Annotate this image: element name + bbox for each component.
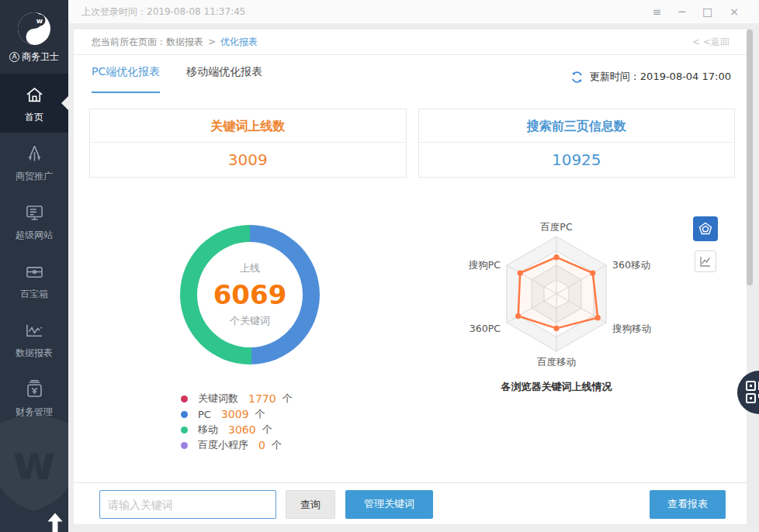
legend-value: 3060 [228,423,256,436]
update-time-text: 更新时间：2019-08-04 17:00 [590,70,731,84]
watermark-shield-icon: w [0,409,68,510]
manage-keywords-button[interactable]: 管理关键词 [345,490,433,519]
donut-legend: 关键词数 1770 个 PC 3009 个 移动 3060 个 百度小程序 0 … [181,391,293,453]
content-panel: 您当前所在页面：数据报表 > 优化报表 < <返回 PC端优化报表 移动端优化报… [74,29,747,524]
legend-label: 关键词数 [198,392,238,406]
stat-cards-row: 关键词上线数 3009 搜索前三页信息数 10925 [89,109,735,178]
svg-text:搜狗移动: 搜狗移动 [612,323,651,334]
brand-badge-icon: A [9,52,19,62]
legend-unit: 个 [262,423,272,437]
svg-text:360移动: 360移动 [612,259,650,271]
sidebar-item-label: 超级网站 [0,229,68,242]
view-report-button[interactable]: 查看报表 [650,490,726,519]
svg-text:w: w [12,436,56,490]
keyword-search-input[interactable] [99,490,276,519]
legend-label: 移动 [198,423,218,437]
legend-unit: 个 [255,407,265,421]
website-icon [0,202,68,224]
minimize-icon[interactable]: ─ [679,6,685,17]
tab-mobile-report[interactable]: 移动端优化报表 [186,65,262,93]
last-login-text: 上次登录时间：2019-08-08 11:37:45 [81,5,245,19]
sidebar-item-label: 百宝箱 [0,288,68,301]
sidebar: w A 商务卫士 首页 商贸推广 超级网站 [0,0,68,532]
donut-label-top: 上线 [240,261,260,275]
tab-pc-report[interactable]: PC端优化报表 [92,65,160,93]
legend-value: 1770 [248,392,276,405]
breadcrumb-current-link[interactable]: 优化报表 [220,36,258,49]
scroll-to-top-arrow-icon[interactable] [47,512,64,529]
breadcrumb-separator: > [208,36,216,47]
breadcrumb: 您当前所在页面：数据报表 > 优化报表 < <返回 [74,29,747,55]
sidebar-item-label: 首页 [0,111,68,124]
legend-item-baidu-miniapp: 百度小程序 0 个 [181,437,293,453]
report-chart-icon [0,320,68,342]
legend-value: 3009 [221,408,249,420]
sidebar-item-label: 商贸推广 [0,170,68,183]
sidebar-item-super-website[interactable]: 超级网站 [0,192,68,250]
svg-text:百度PC: 百度PC [540,221,573,233]
menu-icon[interactable]: ≡ [653,6,662,17]
sidebar-item-label: 数据报表 [0,347,68,360]
app-name-label: 商务卫士 [22,50,59,64]
donut-chart: 上线 6069 个关键词 [180,225,320,364]
titlebar: 上次登录时间：2019-08-08 11:37:45 ≡ ─ □ × [68,0,759,23]
donut-label-bottom: 个关键词 [230,314,270,328]
stat-card-title: 关键词上线数 [90,109,406,143]
footer-action-bar: 查询 管理关键词 查看报表 [74,482,747,524]
stat-card-title: 搜索前三页信息数 [419,109,735,143]
line-view-toggle-button[interactable] [695,250,716,272]
report-tabs: PC端优化报表 移动端优化报表 [92,65,262,93]
stat-card-value: 10925 [419,143,735,177]
legend-value: 0 [258,439,265,451]
toolbox-icon [0,261,68,283]
donut-value: 6069 [213,279,287,310]
legend-unit: 个 [282,392,293,406]
sidebar-item-home[interactable]: 首页 [0,74,68,133]
refresh-icon[interactable] [570,71,584,84]
legend-dot-icon [181,427,188,434]
promotion-icon [0,143,68,165]
donut-center: 上线 6069 个关键词 [197,242,303,347]
back-link[interactable]: < <返回 [692,36,730,49]
sidebar-item-data-report[interactable]: 数据报表 [0,309,68,368]
legend-label: PC [198,409,211,420]
radar-caption: 各浏览器关键词上线情况 [440,380,673,394]
main-area: 上次登录时间：2019-08-08 11:37:45 ≡ ─ □ × 您当前所在… [68,0,759,532]
legend-item-mobile: 移动 3060 个 [181,422,293,437]
query-button[interactable]: 查询 [286,490,335,519]
sidebar-item-toolbox[interactable]: 百宝箱 [0,250,68,309]
legend-item-pc: PC 3009 个 [181,406,293,422]
finance-icon [0,379,68,401]
maximize-icon[interactable]: □ [702,6,712,17]
legend-unit: 个 [272,438,282,452]
svg-text:w: w [36,17,43,25]
stat-card-top3-pages: 搜索前三页信息数 10925 [418,109,736,178]
sidebar-nav: 首页 商贸推广 超级网站 百宝箱 数据报表 [0,74,68,427]
qr-code-icon [744,380,759,405]
scrollbar-thumb[interactable] [747,29,753,285]
legend-dot-icon [181,396,188,402]
update-time-block: 更新时间：2019-08-04 17:00 [570,70,731,84]
stat-card-keywords-online: 关键词上线数 3009 [89,109,407,178]
legend-label: 百度小程序 [198,438,248,452]
svg-text:搜狗PC: 搜狗PC [469,259,501,271]
app-logo-icon: w [16,11,52,47]
close-icon[interactable]: × [730,6,739,17]
sidebar-item-trade-promotion[interactable]: 商贸推广 [0,133,68,192]
app-name: A 商务卫士 [0,50,68,64]
legend-dot-icon [181,411,188,418]
home-icon [0,85,68,106]
svg-text:360PC: 360PC [470,323,501,334]
vertical-scrollbar[interactable] [747,29,753,524]
legend-item-keywords: 关键词数 1770 个 [181,391,293,406]
legend-dot-icon [181,442,188,449]
app-logo-block: w A 商务卫士 [0,0,68,74]
stat-card-value: 3009 [90,143,406,177]
window-controls: ≡ ─ □ × [653,6,739,17]
breadcrumb-prefix: 您当前所在页面：数据报表 [92,36,203,49]
svg-text:百度移动: 百度移动 [537,356,576,368]
radar-chart: 百度PC360移动搜狗移动百度移动360PC搜狗PC [440,216,673,395]
radar-view-toggle-button[interactable] [693,216,718,241]
